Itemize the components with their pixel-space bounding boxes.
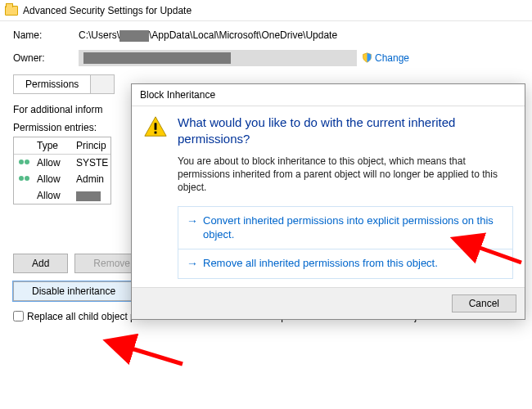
- name-row: Name: C:\Users\\AppData\Local\Microsoft\…: [13, 29, 519, 42]
- warning-icon: [143, 115, 168, 279]
- folder-icon: [5, 6, 18, 16]
- svg-rect-0: [155, 123, 157, 129]
- cancel-button[interactable]: Cancel: [452, 294, 516, 312]
- disable-inheritance-button[interactable]: Disable inheritance: [13, 281, 134, 301]
- shield-icon: [362, 52, 372, 63]
- change-owner-link[interactable]: Change: [362, 52, 409, 64]
- col-type: Type: [32, 137, 71, 154]
- tab-permissions[interactable]: Permissions: [13, 74, 91, 94]
- arrow-icon: →: [187, 256, 198, 272]
- group-icon: [19, 174, 32, 184]
- redacted-principal: [76, 191, 101, 201]
- tab-other[interactable]: [91, 74, 115, 94]
- arrow-icon: →: [187, 213, 198, 242]
- redacted-owner: [83, 52, 231, 64]
- dialog-title: Block Inheritance: [132, 84, 525, 106]
- option-convert[interactable]: → Convert inherited permissions into exp…: [178, 206, 513, 249]
- owner-label: Owner:: [13, 52, 79, 64]
- add-button[interactable]: Add: [13, 254, 68, 273]
- annotation-arrow: [121, 344, 187, 371]
- owner-row: Owner: Change: [13, 50, 519, 66]
- table-row[interactable]: Allow SYSTE: [14, 155, 110, 171]
- svg-rect-1: [155, 132, 157, 134]
- entries-header: Type Princip: [14, 137, 110, 155]
- dialog-description: You are about to block inheritance to th…: [178, 155, 513, 195]
- replace-checkbox[interactable]: [13, 311, 24, 321]
- block-inheritance-dialog: Block Inheritance What would you like to…: [131, 83, 525, 320]
- owner-value: [79, 50, 357, 66]
- svg-line-3: [126, 347, 183, 364]
- name-label: Name:: [13, 29, 79, 41]
- dialog-question: What would you like to do with the curre…: [178, 115, 513, 146]
- option-remove[interactable]: → Remove all inherited permissions from …: [178, 249, 513, 279]
- window-title: Advanced Security Settings for Update: [23, 5, 192, 16]
- table-row[interactable]: Allow: [14, 187, 110, 204]
- name-path: C:\Users\\AppData\Local\Microsoft\OneDri…: [79, 29, 337, 42]
- titlebar: Advanced Security Settings for Update: [0, 0, 532, 21]
- redacted-user: [119, 30, 149, 42]
- group-icon: [19, 158, 32, 168]
- entries-table: Type Princip Allow SYSTE Allow Admin All…: [13, 137, 111, 204]
- table-row[interactable]: Allow Admin: [14, 171, 110, 187]
- col-principal: Princip: [71, 137, 107, 154]
